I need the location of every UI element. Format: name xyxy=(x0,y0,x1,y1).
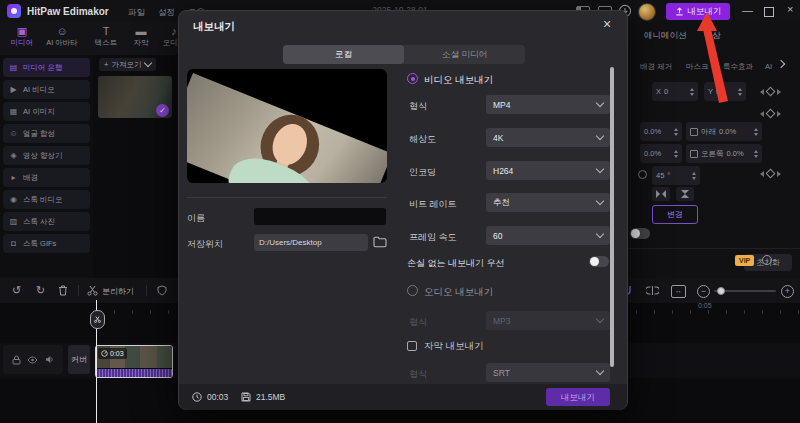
save-location-label: 저장위치 xyxy=(187,238,223,251)
triangle-icon: ▸ xyxy=(9,173,18,182)
annotation-arrow xyxy=(688,8,736,108)
zoom-slider-knob[interactable] xyxy=(717,287,725,295)
lossless-label: 손실 없는 내보내기 우선 xyxy=(407,257,505,270)
sidebar-item-stock-gifs[interactable]: ◘ 스톡 GIFs xyxy=(3,234,90,253)
tab-animation[interactable]: 애니메이션 xyxy=(644,30,687,42)
scissors-icon[interactable] xyxy=(87,285,98,296)
name-label: 이름 xyxy=(187,212,205,225)
split-button[interactable]: 분리하기 xyxy=(102,286,134,297)
subtab-ai[interactable]: AI xyxy=(765,62,772,71)
link-clips-icon[interactable] xyxy=(646,285,659,296)
audio-export-label: 오디오 내보내기 xyxy=(424,286,493,299)
sidebar-item-stock-photo[interactable]: ▨ 스톡 사진 xyxy=(3,212,90,231)
cover-button[interactable]: 커버 xyxy=(68,345,90,374)
avatar-icon: ☺ xyxy=(40,24,84,38)
tab-local[interactable]: 로컬 xyxy=(283,45,404,64)
name-input[interactable] xyxy=(254,208,386,225)
maximize-button[interactable] xyxy=(764,7,774,17)
resolution-label: 해상도 xyxy=(409,133,436,146)
folder-browse-icon[interactable] xyxy=(373,236,387,248)
sidebar-item-face-swap[interactable]: ☺ 얼굴 합성 xyxy=(3,124,90,143)
resolution-select[interactable]: 4K xyxy=(486,128,610,147)
keyframe-control[interactable] xyxy=(760,110,781,117)
zoom-out-icon[interactable]: − xyxy=(697,285,710,298)
menu-file[interactable]: 파일 xyxy=(128,7,145,19)
upload-icon xyxy=(675,7,684,16)
tab-ai-avatar[interactable]: ☺ AI 아바타 xyxy=(40,24,84,48)
lossless-toggle[interactable] xyxy=(589,256,609,267)
encoding-select[interactable]: H264 xyxy=(486,161,610,180)
visibility-icon[interactable] xyxy=(27,356,38,364)
crop-icon xyxy=(690,150,698,158)
timeline-clip[interactable]: 0:03 xyxy=(95,345,173,378)
sidebar-item-ai-video[interactable]: ▶ AI 비디오 xyxy=(3,80,90,99)
divider xyxy=(628,248,800,249)
crop-icon xyxy=(690,128,698,136)
keyframe-diamond-icon[interactable] xyxy=(766,109,776,119)
flip-horizontal-button[interactable] xyxy=(652,187,670,201)
menu-settings[interactable]: 설정 xyxy=(158,7,175,19)
flip-vertical-button[interactable] xyxy=(676,187,694,201)
change-button[interactable]: 변경 xyxy=(652,205,698,224)
rotation-stepper[interactable]: 45° xyxy=(652,166,700,185)
subtitle-format-select[interactable]: SRT xyxy=(486,363,610,382)
bitrate-select[interactable]: 추천 xyxy=(486,193,610,212)
video-export-radio[interactable] xyxy=(407,73,418,84)
user-avatar[interactable] xyxy=(638,3,656,21)
subtitle-export-checkbox[interactable] xyxy=(407,341,417,351)
delete-button[interactable] xyxy=(58,285,68,296)
scale-stepper[interactable]: 0.0% xyxy=(640,144,682,163)
shield-icon[interactable] xyxy=(157,285,167,296)
close-window-button[interactable]: × xyxy=(787,4,793,15)
save-location-input[interactable] xyxy=(254,234,368,251)
minimize-button[interactable]: — xyxy=(742,5,753,16)
mute-icon[interactable] xyxy=(45,355,54,364)
encoding-label: 인코딩 xyxy=(409,166,436,179)
dialog-close-icon[interactable]: × xyxy=(603,16,611,32)
undo-button[interactable]: ↺ xyxy=(12,284,21,296)
playhead-handle[interactable] xyxy=(90,310,105,329)
scale-stepper[interactable]: 0.0% xyxy=(640,122,682,141)
import-button[interactable]: + 가져오기 xyxy=(99,58,156,71)
keyframe-control[interactable] xyxy=(760,88,781,95)
tab-social-media[interactable]: 소셜 미디어 xyxy=(404,45,525,64)
keyframe-diamond-icon[interactable] xyxy=(766,169,776,179)
spinner-arrows[interactable] xyxy=(738,88,742,96)
sidebar-item-ai-image[interactable]: ▦ AI 이미지 xyxy=(3,102,90,121)
stock-video-icon: ◉ xyxy=(9,195,18,204)
panel-toggle[interactable] xyxy=(630,228,650,239)
fit-timeline-icon[interactable]: ↔ xyxy=(671,285,686,298)
video-export-label: 비디오 내보내기 xyxy=(424,74,493,87)
clip-duration-badge: 0:03 xyxy=(98,348,127,359)
plus-icon: + xyxy=(104,60,108,69)
keyframe-diamond-icon[interactable] xyxy=(766,87,776,97)
sidebar-item-enhancer[interactable]: ◈ 영상 향상기 xyxy=(3,146,90,165)
media-library-panel: + 가져오기 ✓ xyxy=(93,55,178,301)
chevron-down-icon xyxy=(144,59,152,67)
lock-icon[interactable] xyxy=(12,355,21,365)
sidebar-item-background[interactable]: ▸ 배경 xyxy=(3,168,90,187)
media-icon: ▣ xyxy=(0,24,44,38)
crop-bottom-stepper[interactable]: 아래0.0% xyxy=(686,122,762,141)
video-preview xyxy=(187,69,387,183)
play-icon: ▶ xyxy=(9,85,18,94)
photo-icon: ▨ xyxy=(9,217,18,226)
keyframe-control[interactable] xyxy=(760,170,781,177)
audio-export-radio[interactable] xyxy=(407,285,418,296)
dialog-scrollbar[interactable] xyxy=(610,67,614,367)
info-icon[interactable]: i xyxy=(762,255,772,265)
export-dialog: 내보내기 × 로컬 소셜 미디어 이름 저장위치 비디오 내보내기 형식 MP4… xyxy=(178,10,628,410)
app-name: HitPaw Edimakor xyxy=(27,6,109,17)
sidebar-item-media-bank[interactable]: ▤ 미디어 은행 xyxy=(3,58,90,77)
redo-button[interactable]: ↻ xyxy=(36,284,45,296)
tab-media[interactable]: ▣ 미디어 xyxy=(0,24,44,48)
framerate-select[interactable]: 60 xyxy=(486,226,610,245)
sidebar-item-stock-video[interactable]: ◉ 스톡 비디오 xyxy=(3,190,90,209)
crop-right-stepper[interactable]: 오른쪽0.0% xyxy=(686,144,762,163)
zoom-in-icon[interactable]: + xyxy=(781,285,794,298)
lossless-row: 손실 없는 내보내기 우선 VIP i xyxy=(407,256,611,270)
dialog-export-button[interactable]: 내보내기 xyxy=(546,388,610,406)
subtab-bg-remove[interactable]: 배경 제거 xyxy=(640,62,672,72)
subtitle-format-label: 형식 xyxy=(409,368,427,381)
format-select[interactable]: MP4 xyxy=(486,95,610,114)
